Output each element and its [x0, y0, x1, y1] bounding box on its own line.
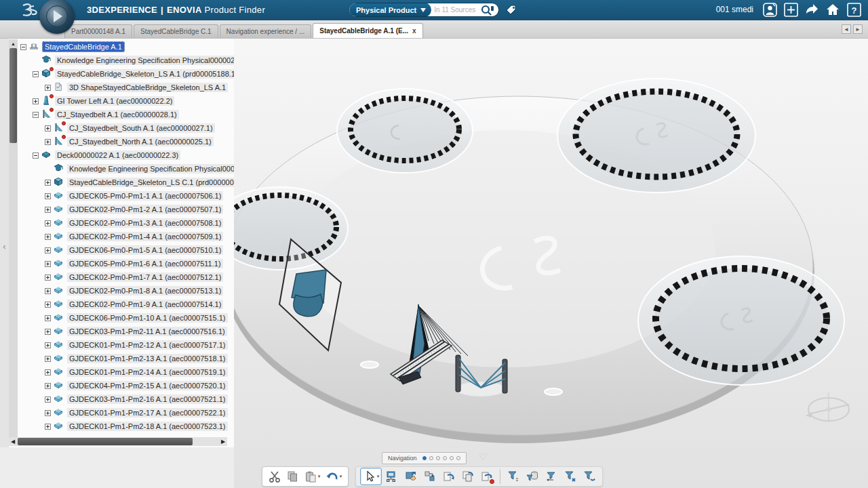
- expand-plus-icon[interactable]: [45, 396, 51, 403]
- share-icon[interactable]: [804, 2, 819, 17]
- tree-item-18[interactable]: GJDECK02-Pm0-Pm1-7 A.1 (aec00007512.1): [18, 270, 234, 284]
- copy-button[interactable]: [283, 468, 301, 485]
- tree-item-16[interactable]: GJDECK06-Pm0-Pm1-5 A.1 (aec00007510.1): [18, 243, 234, 257]
- tab-3[interactable]: Navigation experience / ...: [220, 24, 312, 38]
- nav-dot-5[interactable]: [450, 456, 454, 460]
- collapse-minus-icon[interactable]: [33, 152, 39, 159]
- dropdown-arrow-icon[interactable]: ▾: [340, 474, 342, 479]
- expand-plus-icon[interactable]: [45, 274, 51, 281]
- cut-button[interactable]: [266, 468, 283, 485]
- expand-plus-icon[interactable]: [45, 139, 51, 145]
- tab-1[interactable]: Part00000148 A.1: [64, 24, 132, 38]
- tab-scroll-left-button[interactable]: ◄: [842, 24, 851, 34]
- expand-plus-icon[interactable]: [33, 98, 39, 104]
- expand-plus-icon[interactable]: [45, 247, 51, 253]
- tab-4[interactable]: StayedCableBridge A.1 (E...x: [313, 23, 422, 38]
- expand-plus-icon[interactable]: [45, 329, 51, 335]
- related-objects-button[interactable]: [421, 468, 439, 485]
- expand-plus-icon[interactable]: [45, 383, 51, 389]
- collapse-minus-icon[interactable]: [20, 44, 26, 50]
- tab-scroll-right-button[interactable]: ►: [853, 24, 863, 34]
- 3ds-logo-icon[interactable]: [18, 2, 38, 18]
- compass-play-icon[interactable]: [54, 10, 62, 22]
- nav-dot-2[interactable]: [429, 456, 433, 460]
- tree-item-20[interactable]: GJDECK02-Pm0-Pm1-9 A.1 (aec00007514.1): [18, 298, 234, 311]
- tree-item-26[interactable]: GJDECK04-Pm1-Pm2-15 A.1 (aec00007520.1): [18, 379, 234, 392]
- close-tab-icon[interactable]: x: [412, 27, 416, 35]
- dropdown-arrow-icon[interactable]: ▾: [377, 474, 380, 479]
- expand-plus-icon[interactable]: [45, 125, 51, 131]
- filter-swap-button[interactable]: [542, 468, 560, 485]
- profile-icon[interactable]: [762, 2, 777, 17]
- expand-plus-icon[interactable]: [45, 220, 51, 226]
- search-field[interactable]: Physical Product: [349, 3, 499, 17]
- expand-plus-icon[interactable]: [45, 207, 51, 213]
- filter-subtract-button[interactable]: [580, 468, 598, 485]
- segment-ring-disc-topright[interactable]: [557, 79, 755, 192]
- expand-plus-icon[interactable]: [45, 193, 51, 199]
- tag-icon[interactable]: [505, 3, 518, 17]
- scroll-left-arrow-icon[interactable]: ◀: [9, 437, 17, 446]
- 3d-compass-widget[interactable]: [39, 0, 75, 34]
- home-icon[interactable]: [825, 2, 840, 17]
- filter-tree-button[interactable]: [505, 468, 522, 485]
- expand-plus-icon[interactable]: [45, 369, 51, 375]
- tree-item-8[interactable]: CJ_Stayedbelt_North A.1 (aec00000025.1): [18, 135, 234, 148]
- nav-dot-6[interactable]: [456, 456, 460, 460]
- heart-icon[interactable]: ♡: [479, 451, 488, 462]
- tree-item-19[interactable]: GJDECK02-Pm0-Pm1-8 A.1 (aec00007513.1): [18, 284, 234, 298]
- tree-item-1[interactable]: StayedCableBridge A.1: [18, 40, 234, 54]
- tree-item-11[interactable]: StayedCableBridge_Skeleton_LS C.1 (prd00…: [18, 176, 234, 189]
- expand-plus-icon[interactable]: [45, 356, 51, 362]
- add-content-icon[interactable]: [783, 2, 798, 17]
- open-with-button[interactable]: [402, 468, 420, 485]
- segment-ring-disc-topleft[interactable]: [337, 89, 473, 173]
- tree-item-6[interactable]: CJ_Stayedbelt A.1 (aec00000028.1): [18, 108, 234, 121]
- 3d-viewport[interactable]: [234, 39, 868, 488]
- collapse-panel-button[interactable]: ‹: [0, 239, 9, 253]
- segment-ring-disc-bottomright[interactable]: [638, 256, 844, 385]
- undo-button[interactable]: ▾: [323, 468, 344, 485]
- filter-database-button[interactable]: [524, 468, 541, 485]
- expand-plus-icon[interactable]: [45, 288, 51, 294]
- tree-horizontal-scrollbar[interactable]: ◀ ▶: [9, 437, 227, 446]
- nav-dot-3[interactable]: [436, 456, 440, 460]
- tree-item-21[interactable]: GJDECK06-Pm0-Pm1-10 A.1 (aec00007515.1): [18, 311, 234, 325]
- vertical-scroll-thumb[interactable]: [9, 48, 17, 143]
- horizontal-scroll-thumb[interactable]: [18, 438, 193, 445]
- help-icon[interactable]: ?: [846, 2, 861, 17]
- tree-item-27[interactable]: GJDECK03-Pm1-Pm2-16 A.1 (aec00007521.1): [18, 392, 234, 406]
- nav-dot-4[interactable]: [443, 456, 447, 460]
- expand-plus-icon[interactable]: [45, 261, 51, 267]
- tree-item-24[interactable]: GJDECK01-Pm1-Pm2-13 A.1 (aec00007518.1): [18, 352, 234, 365]
- duplicate-button[interactable]: [459, 468, 477, 485]
- tree-item-3[interactable]: StayedCableBridge_Skeleton_LS A.1 (prd00…: [18, 67, 234, 81]
- paste-button[interactable]: ▾: [301, 468, 323, 485]
- tree-item-28[interactable]: GJDECK01-Pm1-Pm2-17 A.1 (aec00007522.1): [18, 406, 234, 420]
- tree-item-12[interactable]: GJDECK05-Pm0-Pm1-1 A.1 (aec00007506.1): [18, 189, 234, 203]
- tree-item-22[interactable]: GJDECK03-Pm1-Pm2-11 A.1 (aec00007516.1): [18, 325, 234, 338]
- tab-2[interactable]: StayedCableBridge C.1: [134, 24, 218, 38]
- export-marked-button[interactable]: [478, 468, 496, 485]
- select-arrow-button[interactable]: ▾: [360, 468, 382, 485]
- expand-plus-icon[interactable]: [45, 424, 51, 430]
- filter-add-button[interactable]: [561, 468, 579, 485]
- tree-item-23[interactable]: GJDECK01-Pm1-Pm2-12 A.1 (aec00007517.1): [18, 338, 234, 352]
- expand-plus-icon[interactable]: [45, 234, 51, 240]
- tree-item-29[interactable]: GJDECK01-Pm1-Pm2-18 A.1 (aec00007523.1): [18, 420, 234, 433]
- search-icon[interactable]: [480, 4, 495, 16]
- expand-plus-icon[interactable]: [45, 85, 51, 91]
- expand-plus-icon[interactable]: [45, 180, 51, 186]
- expand-structure-button[interactable]: [383, 468, 401, 485]
- tree-item-4[interactable]: 3D ShapeStayedCableBridge_Skeleton_LS A.…: [18, 81, 234, 94]
- tree-item-13[interactable]: GJDECK02-Pm0-Pm1-2 A.1 (aec00007507.1): [18, 203, 234, 216]
- scroll-right-arrow-icon[interactable]: ▶: [219, 437, 227, 446]
- navigation-pager[interactable]: Navigation: [382, 452, 467, 464]
- tree-item-17[interactable]: GJDECK05-Pm0-Pm1-6 A.1 (aec00007511.1): [18, 257, 234, 270]
- tree-item-15[interactable]: GJDECK02-Pm0-Pm1-4 A.1 (aec00007509.1): [18, 230, 234, 243]
- tree-item-7[interactable]: CJ_Stayedbelt_South A.1 (aec00000027.1): [18, 121, 234, 135]
- tree-item-25[interactable]: GJDECK01-Pm1-Pm2-14 A.1 (aec00007519.1): [18, 365, 234, 379]
- expand-plus-icon[interactable]: [45, 302, 51, 308]
- expand-plus-icon[interactable]: [45, 342, 51, 348]
- tree-item-10[interactable]: Knowledge Engineering Specification Phys…: [18, 162, 234, 176]
